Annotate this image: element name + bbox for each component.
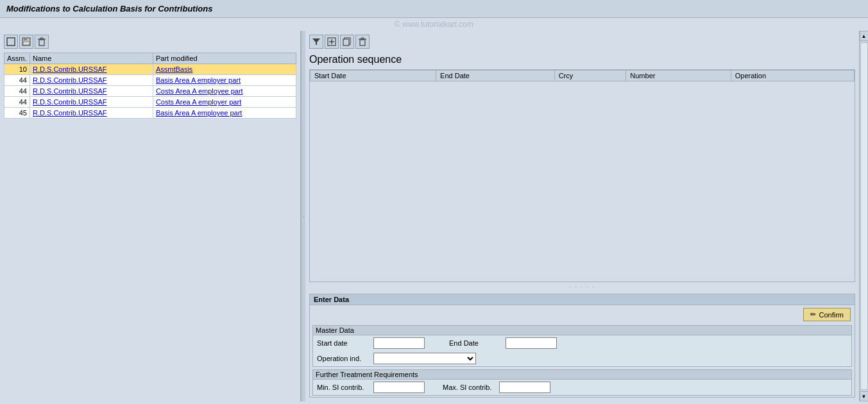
col-name: Name (30, 53, 153, 64)
op-col-number: Number (626, 71, 731, 81)
right-panel: Operation sequence Start Date End Date C… (305, 31, 859, 401)
max-si-input[interactable] (499, 382, 550, 393)
cell-name[interactable]: R.D.S.Contrib.URSSAF (30, 75, 153, 86)
start-date-input[interactable] (373, 337, 425, 349)
scroll-down-button[interactable]: ▼ (860, 391, 869, 401)
operation-ind-label: Operation ind. (317, 355, 368, 362)
op-col-operation: Operation (731, 71, 854, 81)
start-date-row: Start date End Date (313, 335, 851, 351)
delete-button[interactable] (35, 35, 49, 49)
filter-op-button[interactable] (309, 35, 323, 49)
cell-name[interactable]: R.D.S.Contrib.URSSAF (30, 97, 153, 108)
cell-assm: 44 (4, 97, 30, 108)
svg-rect-6 (40, 38, 43, 39)
cell-name[interactable]: R.D.S.Contrib.URSSAF (30, 86, 153, 97)
svg-rect-13 (360, 40, 365, 46)
scroll-thumb[interactable] (860, 42, 868, 390)
op-table: Start Date End Date Crcy Number Operatio… (310, 70, 855, 81)
op-col-end-date: End Date (436, 71, 555, 81)
title-bar: Modifications to Calculation Basis for C… (0, 0, 868, 18)
svg-rect-2 (24, 38, 27, 40)
table-row[interactable]: 44R.D.S.Contrib.URSSAFBasis Area A emplo… (4, 75, 296, 86)
confirm-button[interactable]: ✏ Confirm (803, 308, 851, 321)
svg-rect-15 (361, 38, 364, 39)
cell-part[interactable]: Basis Area A employee part (153, 108, 296, 119)
enter-data-header: Enter Data (310, 294, 855, 305)
table-row[interactable]: 45R.D.S.Contrib.URSSAFBasis Area A emplo… (4, 108, 296, 119)
svg-rect-0 (7, 38, 15, 46)
further-treatment-header: Further Treatment Requirements (313, 370, 851, 380)
cell-assm: 44 (4, 86, 30, 97)
cell-part[interactable]: AssmtBasis (153, 64, 296, 75)
operation-ind-row: Operation ind. (313, 351, 851, 366)
enter-data-toolbar: ✏ Confirm (310, 305, 855, 324)
delete-op-button[interactable] (355, 35, 370, 49)
save-button[interactable] (19, 35, 33, 49)
cell-part[interactable]: Basis Area A employer part (153, 75, 296, 86)
col-part-modified: Part modified (153, 53, 296, 64)
left-data-table: Assm. Name Part modified 10R.D.S.Contrib… (4, 53, 296, 119)
master-data-section: Master Data Start date End Date Operatio… (312, 325, 852, 367)
svg-rect-12 (343, 39, 349, 46)
copy-op-button[interactable] (340, 35, 354, 49)
end-date-label: End Date (449, 339, 500, 347)
cell-assm: 44 (4, 75, 30, 86)
min-si-label: Min. SI contrib. (317, 383, 368, 391)
left-toolbar (4, 35, 296, 49)
col-assm: Assm. (4, 53, 30, 64)
cell-part[interactable]: Costs Area A employer part (153, 97, 296, 108)
end-date-input[interactable] (506, 337, 557, 349)
enter-data-section: Enter Data ✏ Confirm Master Data Start d… (309, 294, 855, 398)
cell-assm: 10 (4, 64, 30, 75)
main-content: Assm. Name Part modified 10R.D.S.Contrib… (0, 31, 868, 401)
resize-handle: · · · · · (309, 282, 855, 291)
new-row-button[interactable] (4, 35, 18, 49)
table-row[interactable]: 10R.D.S.Contrib.URSSAFAssmtBasis (4, 64, 296, 75)
svg-rect-3 (23, 42, 30, 45)
cell-part[interactable]: Costs Area A employee part (153, 86, 296, 97)
cell-name[interactable]: R.D.S.Contrib.URSSAF (30, 64, 153, 75)
si-contrib-row: Min. SI contrib. Max. SI contrib. (313, 380, 851, 395)
max-si-label: Max. SI contrib. (443, 383, 494, 391)
watermark: © www.tutorialkart.com (0, 18, 868, 31)
pencil-icon: ✏ (810, 310, 816, 319)
table-row[interactable]: 44R.D.S.Contrib.URSSAFCosts Area A emplo… (4, 86, 296, 97)
start-date-label: Start date (317, 339, 368, 347)
master-data-header: Master Data (313, 326, 851, 335)
insert-op-button[interactable] (325, 35, 339, 49)
op-col-start-date: Start Date (311, 71, 436, 81)
svg-marker-7 (312, 38, 320, 45)
page-title: Modifications to Calculation Basis for C… (6, 4, 212, 13)
further-treatment-section: Further Treatment Requirements Min. SI c… (312, 369, 852, 396)
left-panel: Assm. Name Part modified 10R.D.S.Contrib… (0, 31, 302, 401)
min-si-input[interactable] (373, 382, 425, 393)
svg-rect-4 (39, 40, 44, 46)
operation-ind-select[interactable] (373, 353, 476, 364)
table-row[interactable]: 44R.D.S.Contrib.URSSAFCosts Area A emplo… (4, 97, 296, 108)
right-toolbar (309, 35, 855, 49)
op-sequence-title: Operation sequence (309, 54, 855, 65)
cell-name[interactable]: R.D.S.Contrib.URSSAF (30, 108, 153, 119)
vertical-scrollbar[interactable]: ▲ ▼ (859, 31, 868, 401)
scroll-up-button[interactable]: ▲ (860, 31, 869, 41)
op-col-crcy: Crcy (554, 71, 626, 81)
cell-assm: 45 (4, 108, 30, 119)
op-table-container: Start Date End Date Crcy Number Operatio… (309, 69, 855, 282)
